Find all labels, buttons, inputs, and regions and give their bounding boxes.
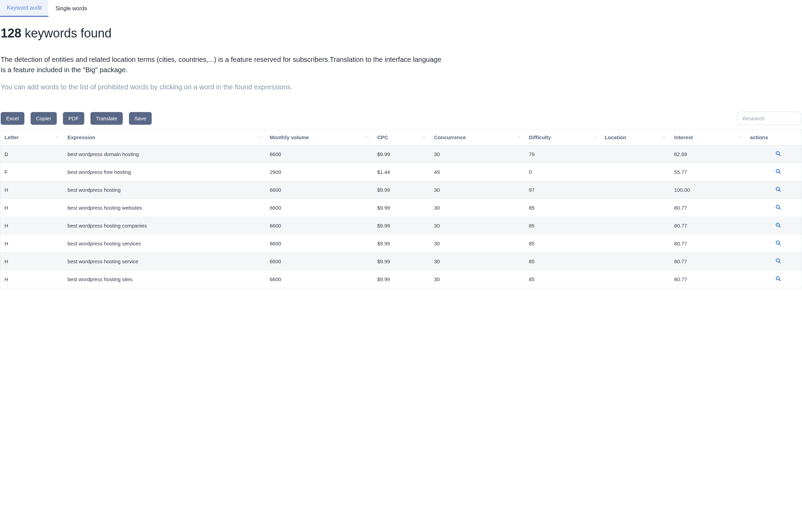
cell-expression[interactable]: best wordpress hosting services xyxy=(63,235,265,253)
svg-line-13 xyxy=(779,262,780,263)
cell-concurrence: 30 xyxy=(430,145,525,163)
col-letter[interactable]: Letter↑↓ xyxy=(0,130,64,145)
search-icon[interactable] xyxy=(776,151,781,156)
cell-cpc: $9.99 xyxy=(373,217,430,235)
table-row: Hbest wordpress hosting companies6600$9.… xyxy=(0,217,802,235)
cell-actions xyxy=(746,253,802,270)
svg-line-15 xyxy=(779,279,780,281)
cell-interest: 100.00 xyxy=(670,181,746,199)
sort-icon: ↑↓ xyxy=(257,134,261,139)
cell-letter: H xyxy=(0,235,64,253)
sort-icon: ↑↓ xyxy=(662,134,666,139)
cell-location xyxy=(600,199,670,217)
cell-difficulty: 85 xyxy=(525,253,601,270)
page-title: 128 keywords found xyxy=(1,26,801,41)
cell-location xyxy=(600,163,670,181)
col-interest[interactable]: Interest↑↓ xyxy=(670,130,746,145)
col-concurrence[interactable]: Concurrence↑↓ xyxy=(430,130,525,145)
cell-expression[interactable]: best wordpress domain hosting xyxy=(63,145,265,163)
cell-volume: 6600 xyxy=(265,217,373,235)
cell-actions xyxy=(746,181,802,199)
col-cpc[interactable]: CPC↑↓ xyxy=(373,130,430,145)
table-row: Hbest wordpress hosting services6600$9.9… xyxy=(0,235,802,253)
cell-expression[interactable]: best wordpress hosting websites xyxy=(63,199,265,217)
col-actions: actions xyxy=(746,130,802,145)
cell-cpc: $9.99 xyxy=(373,270,430,288)
cell-difficulty: 79 xyxy=(525,145,601,163)
col-difficulty[interactable]: Difficulty↑↓ xyxy=(525,130,601,145)
save-button[interactable]: Save xyxy=(129,112,152,125)
excel-button[interactable]: Excel xyxy=(1,112,24,125)
cell-volume: 6600 xyxy=(265,199,373,217)
sort-icon: ↑↓ xyxy=(592,134,596,139)
search-icon[interactable] xyxy=(776,258,781,264)
keyword-count: 128 xyxy=(1,26,21,40)
search-input[interactable] xyxy=(737,112,801,125)
export-buttons: Excel Copier PDF Translate Save xyxy=(1,112,152,125)
cell-concurrence: 30 xyxy=(430,235,525,253)
search-icon[interactable] xyxy=(776,240,781,246)
tab-single-words[interactable]: Single words xyxy=(48,0,94,17)
cell-difficulty: 85 xyxy=(525,235,601,253)
cell-interest: 80.77 xyxy=(670,270,746,288)
svg-line-9 xyxy=(779,226,780,227)
translate-button[interactable]: Translate xyxy=(90,112,123,125)
table-row: Hbest wordpress hosting websites6600$9.9… xyxy=(0,199,802,217)
cell-difficulty: 85 xyxy=(525,270,601,288)
cell-difficulty: 97 xyxy=(525,181,601,199)
cell-letter: H xyxy=(0,217,64,235)
cell-expression[interactable]: best wordpress hosting xyxy=(63,181,265,199)
hint-text: You can add words to the list of prohibi… xyxy=(1,83,801,91)
cell-actions xyxy=(746,217,802,235)
info-text: The detection of entities and related lo… xyxy=(1,54,444,75)
cell-letter: H xyxy=(0,253,64,270)
svg-line-3 xyxy=(779,172,780,174)
keywords-table: Letter↑↓ Expression↑↓ Monthly volume↑↓ C… xyxy=(0,129,802,288)
sort-icon: ↑↓ xyxy=(738,134,742,139)
cell-actions xyxy=(746,163,802,181)
cell-concurrence: 30 xyxy=(430,181,525,199)
search-icon[interactable] xyxy=(776,222,781,228)
cell-location xyxy=(600,253,670,270)
svg-line-7 xyxy=(779,208,780,209)
cell-location xyxy=(600,270,670,288)
sort-icon: ↑↓ xyxy=(55,134,59,139)
cell-letter: F xyxy=(0,163,64,181)
search-icon[interactable] xyxy=(776,276,781,281)
table-row: Hbest wordpress hosting sites6600$9.9930… xyxy=(0,270,802,288)
title-rest: keywords found xyxy=(25,26,111,40)
cell-volume: 6600 xyxy=(265,235,373,253)
cell-interest: 80.77 xyxy=(670,199,746,217)
cell-actions xyxy=(746,235,802,253)
cell-expression[interactable]: best wordpress free hosting xyxy=(63,163,265,181)
cell-interest: 80.77 xyxy=(670,253,746,270)
cell-concurrence: 49 xyxy=(430,163,525,181)
col-location[interactable]: Location↑↓ xyxy=(600,130,670,145)
tab-keyword-audit[interactable]: Keyword audit xyxy=(0,0,48,17)
search-icon[interactable] xyxy=(776,204,781,210)
cell-cpc: $9.99 xyxy=(373,199,430,217)
cell-letter: H xyxy=(0,199,64,217)
cell-difficulty: 0 xyxy=(525,163,601,181)
sort-icon: ↑↓ xyxy=(365,134,369,139)
cell-volume: 6600 xyxy=(265,145,373,163)
search-icon[interactable] xyxy=(776,187,781,192)
cell-actions xyxy=(746,199,802,217)
svg-line-11 xyxy=(779,244,780,245)
cell-volume: 2900 xyxy=(265,163,373,181)
table-row: Hbest wordpress hosting6600$9.993097100.… xyxy=(0,181,802,199)
search-icon[interactable] xyxy=(776,169,781,174)
cell-expression[interactable]: best wordpress hosting service xyxy=(63,253,265,270)
pdf-button[interactable]: PDF xyxy=(63,112,84,125)
cell-concurrence: 30 xyxy=(430,199,525,217)
col-volume[interactable]: Monthly volume↑↓ xyxy=(265,130,373,145)
table-row: Dbest wordpress domain hosting6600$9.993… xyxy=(0,145,802,163)
cell-expression[interactable]: best wordpress hosting sites xyxy=(63,270,265,288)
copier-button[interactable]: Copier xyxy=(31,112,57,125)
cell-expression[interactable]: best wordpress hosting companies xyxy=(63,217,265,235)
col-expression[interactable]: Expression↑↓ xyxy=(63,130,265,145)
cell-location xyxy=(600,145,670,163)
cell-letter: H xyxy=(0,181,64,199)
cell-interest: 80.77 xyxy=(670,235,746,253)
cell-cpc: $9.99 xyxy=(373,253,430,270)
